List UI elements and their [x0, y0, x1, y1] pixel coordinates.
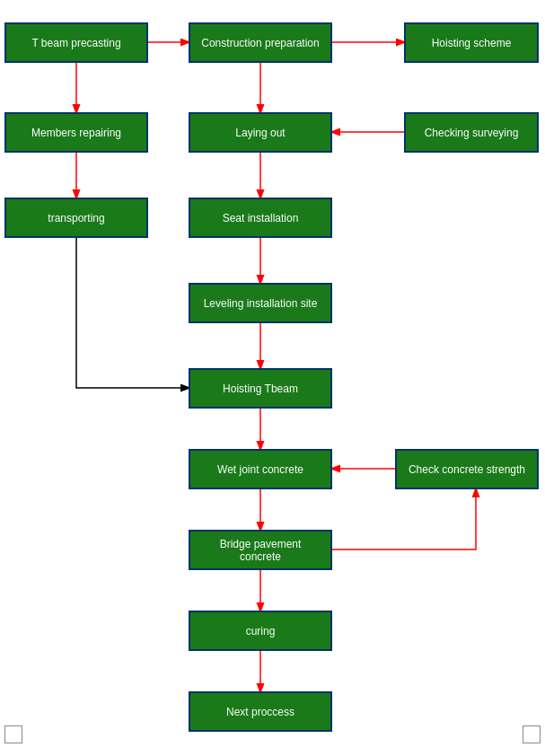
- curing: curing: [189, 611, 332, 651]
- check-concrete: Check concrete strength: [395, 449, 539, 489]
- tbeam-precasting: T beam precasting: [4, 22, 148, 63]
- hoisting-scheme: Hoisting scheme: [404, 22, 539, 63]
- members-repairing: Members repairing: [4, 112, 148, 153]
- corner-mark-bottom-right: [523, 725, 541, 743]
- laying-out: Laying out: [189, 112, 332, 153]
- seat-installation: Seat installation: [189, 198, 332, 238]
- corner-mark-bottom-left: [4, 725, 22, 743]
- next-process: Next proccess: [189, 691, 332, 732]
- construction-prep: Construction preparation: [189, 22, 332, 63]
- wet-joint: Wet joint concrete: [189, 449, 332, 489]
- bridge-pavement: Bridge pavement concrete: [189, 530, 332, 570]
- hoisting-tbeam: Hoisting Tbeam: [189, 368, 332, 409]
- checking-surveying: Checking surveying: [404, 112, 539, 153]
- leveling-installation: Leveling installation site: [189, 283, 332, 323]
- transporting: transporting: [4, 198, 148, 238]
